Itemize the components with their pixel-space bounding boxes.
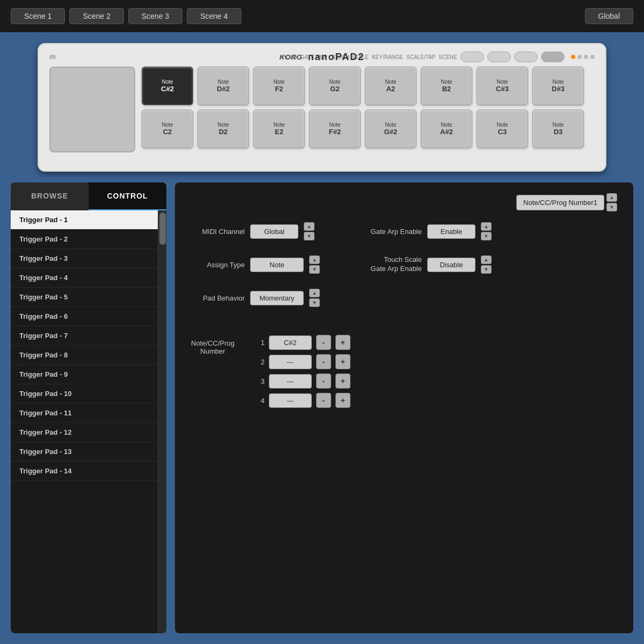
list-item-5[interactable]: Trigger Pad - 5	[11, 288, 166, 307]
gate-arp-label: Gate Arp Enable	[352, 228, 422, 236]
pad-c-sharp-3[interactable]: Note C#3	[477, 67, 528, 105]
touchpad[interactable]	[49, 67, 135, 152]
assign-type-down[interactable]: ▼	[309, 265, 320, 274]
nanopad-model: nanoPAD2	[308, 52, 365, 63]
list-item-9[interactable]: Trigger Pad - 9	[11, 365, 166, 384]
control-main-area: MIDI Channel Global ▲ ▼ Assign Type Note…	[191, 222, 617, 314]
list-item-6[interactable]: Trigger Pad - 6	[11, 307, 166, 326]
touch-scale-down[interactable]: ▼	[481, 265, 492, 274]
oval-btn-1[interactable]	[460, 52, 484, 62]
list-item-3[interactable]: Trigger Pad - 3	[11, 249, 166, 268]
midi-channel-down[interactable]: ▼	[304, 232, 314, 240]
touch-scale-label: Touch ScaleGate Arp Enable	[352, 255, 422, 274]
gate-arp-spinner[interactable]: ▲ ▼	[481, 222, 492, 240]
oval-btn-2[interactable]	[487, 52, 511, 62]
list-item-14[interactable]: Trigger Pad - 14	[11, 462, 166, 481]
pad-f2[interactable]: Note F2	[253, 67, 305, 105]
list-item-10[interactable]: Trigger Pad - 10	[11, 384, 166, 404]
pad-behavior-down[interactable]: ▼	[309, 298, 320, 307]
list-item-7[interactable]: Trigger Pad - 7	[11, 326, 166, 346]
assign-type-row: Assign Type Note ▲ ▼	[191, 255, 320, 274]
list-item-1[interactable]: Trigger Pad - 1	[11, 210, 166, 230]
left-controls: MIDI Channel Global ▲ ▼ Assign Type Note…	[191, 222, 320, 314]
gate-arp-down[interactable]: ▼	[481, 232, 492, 240]
oval-btn-4[interactable]	[541, 52, 565, 62]
assign-type-up[interactable]: ▲	[309, 255, 320, 264]
list-item-11[interactable]: Trigger Pad - 11	[11, 404, 166, 423]
control-tab[interactable]: CONTROL	[89, 182, 166, 210]
list-item-12[interactable]: Trigger Pad - 12	[11, 423, 166, 442]
pad-d2[interactable]: Note D2	[197, 109, 249, 148]
touch-scale-row: Touch ScaleGate Arp Enable Disable ▲ ▼	[352, 255, 492, 274]
pad-behavior-row: Pad Behavior Momentary ▲ ▼	[191, 289, 320, 307]
pad-c3[interactable]: Note C3	[477, 109, 528, 148]
scrollbar[interactable]	[158, 210, 166, 633]
note-value-3[interactable]: ---	[269, 374, 312, 389]
note-minus-1[interactable]: -	[316, 335, 331, 350]
pad-list: Trigger Pad - 1 Trigger Pad - 2 Trigger …	[11, 210, 166, 633]
scene3-tab[interactable]: Scene 3	[128, 8, 182, 24]
pad-g-sharp-2[interactable]: Note G#2	[365, 109, 416, 148]
top-dropdown-up[interactable]: ▲	[606, 193, 617, 202]
dot-2	[577, 55, 582, 59]
top-dropdown-spinner[interactable]: ▲ ▼	[606, 193, 617, 211]
korg-brand: KORG	[280, 53, 303, 61]
note-minus-3[interactable]: -	[316, 374, 331, 389]
midi-channel-up[interactable]: ▲	[304, 222, 314, 231]
note-value-1[interactable]: C#2	[269, 335, 312, 350]
list-item-13[interactable]: Trigger Pad - 13	[11, 442, 166, 462]
pad-c-sharp-2[interactable]: Note C#2	[142, 67, 193, 105]
pad-behavior-value[interactable]: Momentary	[250, 291, 304, 305]
pad-a2[interactable]: Note A2	[365, 67, 416, 105]
note-value-4[interactable]: ---	[269, 393, 312, 408]
scene-dots	[571, 55, 595, 59]
note-value-2[interactable]: ---	[269, 355, 312, 369]
gate-arp-up[interactable]: ▲	[481, 222, 492, 231]
pad-b2[interactable]: Note B2	[421, 67, 472, 105]
pad-d3[interactable]: Note D3	[532, 109, 584, 148]
device-header: KORG nanoPAD2 HOLD GATE AMP TOUCH SCALE …	[49, 52, 595, 62]
scene2-tab[interactable]: Scene 2	[69, 8, 123, 24]
midi-channel-value[interactable]: Global	[250, 224, 298, 239]
note-plus-1[interactable]: +	[335, 335, 350, 350]
note-row-4: 4 --- - +	[256, 393, 350, 408]
browse-tab[interactable]: BROWSE	[11, 182, 89, 210]
pad-behavior-spinner[interactable]: ▲ ▼	[309, 289, 320, 307]
list-item-2[interactable]: Trigger Pad - 2	[11, 230, 166, 249]
pad-row-bottom: Note C2 Note D2 Note E2 Note	[142, 109, 595, 148]
pad-d-sharp-3[interactable]: Note D#3	[532, 67, 584, 105]
scene4-tab[interactable]: Scene 4	[187, 8, 241, 24]
oval-btn-3[interactable]	[514, 52, 538, 62]
dot-1	[571, 55, 575, 59]
note-plus-3[interactable]: +	[335, 374, 350, 389]
top-dropdown-down[interactable]: ▼	[606, 203, 617, 211]
note-plus-4[interactable]: +	[335, 393, 350, 408]
global-tab[interactable]: Global	[585, 8, 633, 24]
panel-tab-row: BROWSE CONTROL	[11, 182, 166, 210]
note-row-1: 1 C#2 - +	[256, 335, 350, 350]
pad-f-sharp-2[interactable]: Note F#2	[309, 109, 361, 148]
touch-scale-value[interactable]: Disable	[427, 258, 475, 272]
assign-type-value[interactable]: Note	[250, 258, 304, 272]
scrollbar-thumb[interactable]	[159, 213, 166, 245]
top-dropdown-value[interactable]: Note/CC/Prog Number1	[516, 195, 604, 210]
touch-scale-up[interactable]: ▲	[481, 255, 492, 264]
gate-arp-value[interactable]: Enable	[427, 224, 475, 239]
scene1-tab[interactable]: Scene 1	[11, 8, 65, 24]
pad-c2[interactable]: Note C2	[142, 109, 193, 148]
pad-behavior-up[interactable]: ▲	[309, 289, 320, 297]
list-item-8[interactable]: Trigger Pad - 8	[11, 346, 166, 365]
pad-g2[interactable]: Note G2	[309, 67, 361, 105]
list-item-4[interactable]: Trigger Pad - 4	[11, 268, 166, 288]
note-minus-2[interactable]: -	[316, 354, 331, 369]
midi-channel-spinner[interactable]: ▲ ▼	[304, 222, 314, 240]
touch-scale-spinner[interactable]: ▲ ▼	[481, 255, 492, 274]
right-panel: Note/CC/Prog Number1 ▲ ▼ MIDI Channel Gl…	[175, 182, 633, 633]
note-plus-2[interactable]: +	[335, 354, 350, 369]
assign-type-spinner[interactable]: ▲ ▼	[309, 255, 320, 274]
pad-a-sharp-2[interactable]: Note A#2	[421, 109, 472, 148]
pad-e2[interactable]: Note E2	[253, 109, 305, 148]
note-minus-4[interactable]: -	[316, 393, 331, 408]
pad-d-sharp-2[interactable]: Note D#2	[197, 67, 249, 105]
note-num-2: 2	[256, 358, 265, 366]
